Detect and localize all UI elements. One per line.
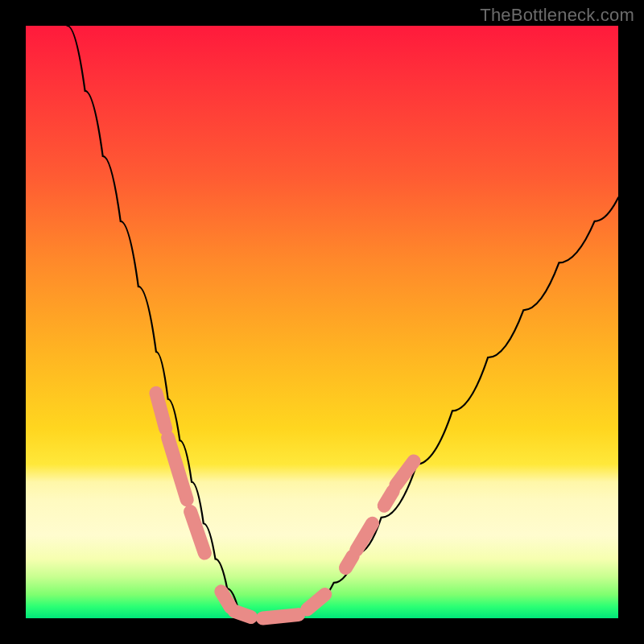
highlight-bead: [357, 523, 373, 550]
highlight-bead: [221, 592, 231, 608]
highlight-bead: [156, 393, 166, 428]
chart-frame: TheBottleneck.com: [0, 0, 644, 644]
highlight-bead: [384, 491, 393, 506]
bottleneck-curve: [68, 26, 618, 618]
highlight-bead: [262, 615, 298, 618]
highlight-bead: [308, 595, 325, 609]
plot-area: [26, 26, 618, 618]
chart-svg: [26, 26, 618, 618]
highlight-bead: [345, 556, 353, 568]
watermark-text: TheBottleneck.com: [480, 5, 634, 26]
highlight-bead: [234, 611, 251, 617]
highlight-beads: [156, 393, 414, 618]
